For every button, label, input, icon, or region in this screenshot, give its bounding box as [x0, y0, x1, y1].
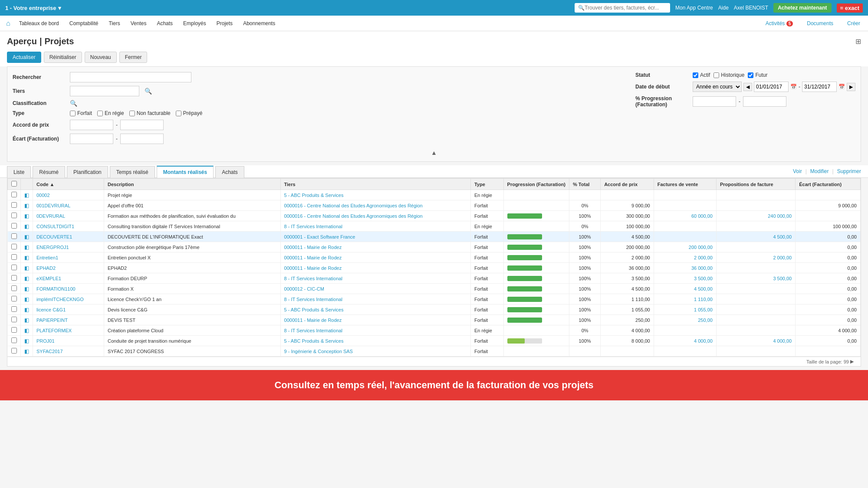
row-checkbox-cell[interactable] — [8, 242, 21, 252]
tab-action-supprimer[interactable]: Supprimer — [837, 168, 861, 174]
menu-item-employes[interactable]: Employés — [179, 17, 210, 30]
row-checkbox-cell[interactable] — [8, 294, 21, 305]
enregie-checkbox[interactable] — [97, 111, 103, 116]
futur-checkbox-label[interactable]: Futur — [748, 72, 767, 78]
enregie-checkbox-label[interactable]: En régie — [97, 110, 124, 116]
row-checkbox[interactable] — [11, 192, 17, 197]
row-tiers[interactable]: 8 - IT Services International — [280, 221, 470, 232]
row-propositions[interactable]: 4 000,00 — [716, 336, 795, 346]
row-checkbox-cell[interactable] — [8, 232, 21, 242]
date-next-btn[interactable]: ▶ — [847, 83, 855, 91]
row-propositions[interactable]: 240 000,00 — [716, 211, 795, 221]
actif-checkbox[interactable] — [693, 72, 698, 78]
row-tiers[interactable]: 9 - Ingénierie & Conception SAS — [280, 346, 470, 357]
accord-from-input[interactable] — [70, 120, 113, 130]
search-box[interactable]: 🔍 — [575, 3, 670, 13]
search-input[interactable] — [585, 5, 663, 11]
row-checkbox[interactable] — [11, 337, 17, 343]
col-accord[interactable]: Accord de prix — [601, 179, 654, 190]
row-checkbox[interactable] — [11, 202, 17, 208]
row-code[interactable]: eXEMPLE1 — [33, 273, 104, 284]
reinitialiser-button[interactable]: Réinitialiser — [44, 52, 82, 63]
row-checkbox-cell[interactable] — [8, 336, 21, 346]
forfait-checkbox[interactable] — [70, 111, 76, 116]
row-factures-vente[interactable] — [654, 190, 716, 200]
row-factures-vente[interactable] — [654, 325, 716, 336]
tab-resume[interactable]: Résumé — [33, 166, 65, 178]
menu-item-tiers[interactable]: Tiers — [104, 17, 124, 30]
filter-options-icon[interactable]: ⊞ — [855, 37, 861, 46]
accord-to-input[interactable] — [120, 120, 164, 130]
row-checkbox-cell[interactable] — [8, 284, 21, 294]
actualiser-button[interactable]: Actualiser — [7, 52, 41, 63]
row-propositions[interactable] — [716, 325, 795, 336]
menu-item-comptabilite[interactable]: Comptabilité — [65, 17, 103, 30]
row-tiers[interactable]: 8 - IT Services International — [280, 273, 470, 284]
row-checkbox-cell[interactable] — [8, 200, 21, 211]
row-tiers[interactable]: 5 - ABC Produits & Services — [280, 336, 470, 346]
row-checkbox-cell[interactable] — [8, 315, 21, 325]
row-factures-vente[interactable]: 200 000,00 — [654, 242, 716, 252]
col-ecart[interactable]: Écart (Facturation) — [796, 179, 861, 190]
col-progression[interactable]: Progression (Facturation) — [503, 179, 569, 190]
row-factures-vente[interactable]: 3 500,00 — [654, 273, 716, 284]
col-type[interactable]: Type — [470, 179, 503, 190]
row-checkbox-cell[interactable] — [8, 221, 21, 232]
row-code[interactable]: implémITCHECKNGO — [33, 294, 104, 305]
row-checkbox[interactable] — [11, 285, 17, 291]
row-propositions[interactable]: 4 500,00 — [716, 232, 795, 242]
row-code[interactable]: ENERGPROJ1 — [33, 242, 104, 252]
creer-link[interactable]: Créer — [843, 17, 865, 30]
row-checkbox[interactable] — [11, 327, 17, 333]
documents-link[interactable]: Documents — [802, 17, 838, 30]
row-factures-vente[interactable]: 1 110,00 — [654, 294, 716, 305]
futur-checkbox[interactable] — [748, 72, 753, 78]
historique-checkbox[interactable] — [713, 72, 719, 78]
row-factures-vente[interactable]: 250,00 — [654, 315, 716, 325]
row-checkbox-cell[interactable] — [8, 211, 21, 221]
row-propositions[interactable] — [716, 315, 795, 325]
row-propositions[interactable] — [716, 305, 795, 315]
row-factures-vente[interactable]: 36 000,00 — [654, 263, 716, 273]
row-code[interactable]: DECOUVERTE1 — [33, 232, 104, 242]
row-checkbox-cell[interactable] — [8, 305, 21, 315]
row-checkbox[interactable] — [11, 233, 17, 239]
row-checkbox[interactable] — [11, 296, 17, 301]
row-code[interactable]: CONSULTDIGIT1 — [33, 221, 104, 232]
row-code[interactable]: licence C&G1 — [33, 305, 104, 315]
row-tiers[interactable]: 0000001 - Exact Software France — [280, 232, 470, 242]
row-code[interactable]: 001DEVRURAL — [33, 200, 104, 211]
row-propositions[interactable]: 2 000,00 — [716, 252, 795, 263]
row-propositions[interactable] — [716, 263, 795, 273]
row-code[interactable]: PLATEFORMEX — [33, 325, 104, 336]
collapse-filters-btn[interactable]: ▲ — [431, 149, 437, 156]
col-total[interactable]: % Total — [569, 179, 601, 190]
row-tiers[interactable]: 5 - ABC Produits & Services — [280, 190, 470, 200]
menu-item-achats[interactable]: Achats — [152, 17, 177, 30]
row-tiers[interactable]: 0000011 - Mairie de Rodez — [280, 252, 470, 263]
row-tiers[interactable]: 0000016 - Centre National des Etudes Agr… — [280, 211, 470, 221]
row-factures-vente[interactable]: 4 000,00 — [654, 336, 716, 346]
menu-item-tableaux[interactable]: Tableaux de bord — [15, 17, 63, 30]
row-propositions[interactable] — [716, 190, 795, 200]
row-factures-vente[interactable] — [654, 232, 716, 242]
activities-link[interactable]: Activités 5 — [761, 17, 798, 30]
actif-checkbox-label[interactable]: Actif — [693, 72, 710, 78]
row-code[interactable]: PROJ01 — [33, 336, 104, 346]
col-tiers[interactable]: Tiers — [280, 179, 470, 190]
row-checkbox[interactable] — [11, 317, 17, 322]
row-checkbox[interactable] — [11, 265, 17, 270]
historique-checkbox-label[interactable]: Historique — [713, 72, 744, 78]
row-tiers[interactable]: 0000012 - CIC-CM — [280, 284, 470, 294]
row-checkbox[interactable] — [11, 348, 17, 354]
row-propositions[interactable] — [716, 221, 795, 232]
tab-action-voir[interactable]: Voir — [793, 168, 802, 174]
tiers-input[interactable] — [70, 86, 139, 96]
tab-temps-realise[interactable]: Temps réalisé — [110, 166, 155, 178]
row-code[interactable]: 00002 — [33, 190, 104, 200]
row-propositions[interactable]: 3 500,00 — [716, 273, 795, 284]
tab-achats[interactable]: Achats — [215, 166, 244, 178]
tab-action-modifier[interactable]: Modifier — [810, 168, 829, 174]
help-link[interactable]: Aide — [718, 5, 729, 11]
row-checkbox[interactable] — [11, 306, 17, 312]
